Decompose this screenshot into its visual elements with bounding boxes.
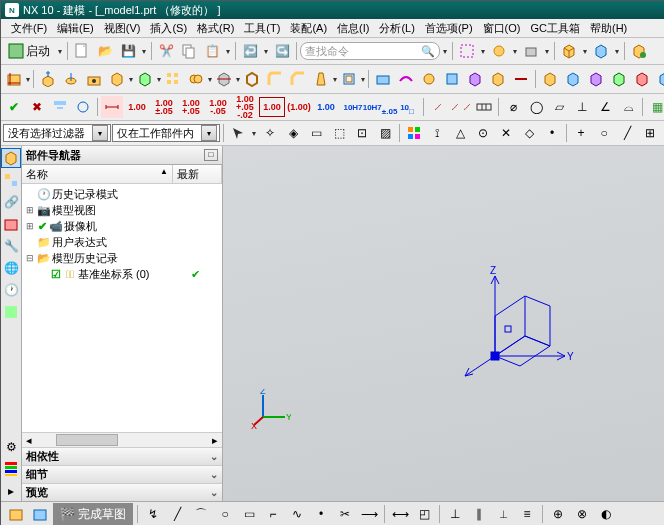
more-d-icon[interactable] <box>441 68 463 90</box>
gc-f-icon[interactable] <box>654 68 664 90</box>
snap-pt-icon[interactable]: • <box>541 122 563 144</box>
menu-edit[interactable]: 编辑(E) <box>53 20 98 37</box>
tool-b-icon[interactable] <box>488 40 510 62</box>
surf-a-icon[interactable]: ⟋ <box>427 96 449 118</box>
sel-b-icon[interactable]: ✧ <box>259 122 281 144</box>
menu-tools[interactable]: 工具(T) <box>240 20 284 37</box>
sk-profile-icon[interactable]: ↯ <box>142 503 164 525</box>
sk-dim-icon[interactable]: ⟷ <box>389 503 411 525</box>
undo-dropdown[interactable]: ▾ <box>262 47 270 56</box>
nav-hd3d-icon[interactable]: 🔧 <box>1 236 21 256</box>
cut-icon[interactable]: ✂️ <box>155 40 177 62</box>
draft-icon[interactable] <box>310 68 332 90</box>
graphics-viewport[interactable]: Z Y Z Y X <box>223 146 664 501</box>
sk-con-d-icon[interactable]: ≡ <box>516 503 538 525</box>
tol-11[interactable]: 10□ <box>394 97 420 117</box>
sel-e-icon[interactable]: ⬚ <box>328 122 350 144</box>
extrude-icon[interactable] <box>37 68 59 90</box>
navigator-pin-icon[interactable]: □ <box>204 149 218 161</box>
menu-format[interactable]: 格式(R) <box>193 20 238 37</box>
dim-linear-icon[interactable] <box>101 96 123 118</box>
sk-arc-icon[interactable]: ⌒ <box>190 503 212 525</box>
gc-c-icon[interactable] <box>585 68 607 90</box>
cube3-icon[interactable] <box>628 40 650 62</box>
menu-info[interactable]: 信息(I) <box>333 20 373 37</box>
filter-b-icon[interactable] <box>72 96 94 118</box>
save-icon[interactable]: 💾 <box>117 40 139 62</box>
more-b-icon[interactable] <box>395 68 417 90</box>
sk-spline-icon[interactable]: ∿ <box>286 503 308 525</box>
col-latest[interactable]: 最新 <box>173 165 222 183</box>
tool-a-icon[interactable] <box>456 40 478 62</box>
sel-f-icon[interactable]: ⊡ <box>351 122 373 144</box>
sel-a-icon[interactable] <box>227 122 249 144</box>
sketch-icon[interactable] <box>3 68 25 90</box>
more-f-icon[interactable] <box>487 68 509 90</box>
section-dependencies[interactable]: 相依性⌄ <box>22 447 222 465</box>
tree-user-expr[interactable]: 📁用户表达式 <box>22 234 222 250</box>
more-c-icon[interactable] <box>418 68 440 90</box>
sk-rect-icon[interactable]: ▭ <box>238 503 260 525</box>
sk-a-icon[interactable] <box>5 503 27 525</box>
hole-icon[interactable] <box>83 68 105 90</box>
sk-trim-icon[interactable]: ✂ <box>334 503 356 525</box>
tree-cameras[interactable]: ⊞✔📹摄像机 <box>22 218 222 234</box>
snap-perp-icon[interactable]: + <box>570 122 592 144</box>
trim-icon[interactable] <box>213 68 235 90</box>
revolve-icon[interactable] <box>60 68 82 90</box>
blend-icon[interactable] <box>264 68 286 90</box>
tol-3[interactable]: 1.00+.05 <box>178 97 204 117</box>
sk-b-icon[interactable] <box>29 503 51 525</box>
tol-6[interactable]: 1.00 <box>259 97 285 117</box>
sk-more-a-icon[interactable]: ⊕ <box>547 503 569 525</box>
gc-d-icon[interactable] <box>608 68 630 90</box>
open-icon[interactable]: 📂 <box>94 40 116 62</box>
tol-7[interactable]: (1.00) <box>286 97 312 117</box>
sel-c-icon[interactable]: ◈ <box>282 122 304 144</box>
tool-c-icon[interactable] <box>520 40 542 62</box>
surf-b-icon[interactable]: ⟋⟋ <box>450 96 472 118</box>
sym-e-icon[interactable]: ∠ <box>594 96 616 118</box>
start-dropdown[interactable]: ▾ <box>56 47 64 56</box>
sk-point-icon[interactable]: • <box>310 503 332 525</box>
cube-icon[interactable] <box>558 40 580 62</box>
shell-icon[interactable] <box>241 68 263 90</box>
finish-sketch-button[interactable]: 🏁完成草图 <box>53 503 133 525</box>
search-dropdown[interactable]: ▾ <box>441 47 449 56</box>
offset-icon[interactable] <box>338 68 360 90</box>
gdt-icon[interactable] <box>473 96 495 118</box>
menu-window[interactable]: 窗口(O) <box>479 20 525 37</box>
snap-tan-icon[interactable]: ○ <box>593 122 615 144</box>
tree-model-history[interactable]: ⊟📂模型历史记录 <box>22 250 222 266</box>
gc-a-icon[interactable] <box>539 68 561 90</box>
nav-history-icon[interactable]: 🕐 <box>1 280 21 300</box>
nav-browser-icon[interactable]: 🌐 <box>1 258 21 278</box>
nav-constraint-icon[interactable]: 🔗 <box>1 192 21 212</box>
snap-a-icon[interactable] <box>403 122 425 144</box>
navigator-h-scroll[interactable]: ◂▸ <box>22 432 222 447</box>
navigator-tree[interactable]: 🕐历史记录模式 ⊞📷模型视图 ⊞✔📹摄像机 📁用户表达式 ⊟📂模型历史记录 ☑�… <box>22 184 222 432</box>
gc-b-icon[interactable] <box>562 68 584 90</box>
nav-roles-icon[interactable] <box>1 302 21 322</box>
nav-color-icon[interactable] <box>1 459 21 479</box>
snap-int-icon[interactable]: ✕ <box>495 122 517 144</box>
snap-near-icon[interactable]: ╱ <box>616 122 638 144</box>
menu-help[interactable]: 帮助(H) <box>586 20 631 37</box>
sk-con-a-icon[interactable]: ⊥ <box>444 503 466 525</box>
paste-dropdown[interactable]: ▾ <box>224 47 232 56</box>
sk-more-b-icon[interactable]: ⊗ <box>571 503 593 525</box>
snap-grid-icon[interactable]: ⊞ <box>639 122 661 144</box>
nav-help-icon[interactable]: ▸ <box>1 481 21 501</box>
sym-b-icon[interactable]: ◯ <box>525 96 547 118</box>
menu-view[interactable]: 视图(V) <box>100 20 145 37</box>
sym-d-icon[interactable]: ⊥ <box>571 96 593 118</box>
block-icon[interactable] <box>106 68 128 90</box>
tol-1[interactable]: 1.00 <box>124 97 150 117</box>
more-e-icon[interactable] <box>464 68 486 90</box>
tol-8[interactable]: 1.00 <box>313 97 339 117</box>
sk-con-c-icon[interactable]: ⟂ <box>492 503 514 525</box>
new-icon[interactable] <box>71 40 93 62</box>
filter-a-icon[interactable] <box>49 96 71 118</box>
snap-ctr-icon[interactable]: ⊙ <box>472 122 494 144</box>
start-menu-button[interactable]: 启动 <box>3 40 55 62</box>
